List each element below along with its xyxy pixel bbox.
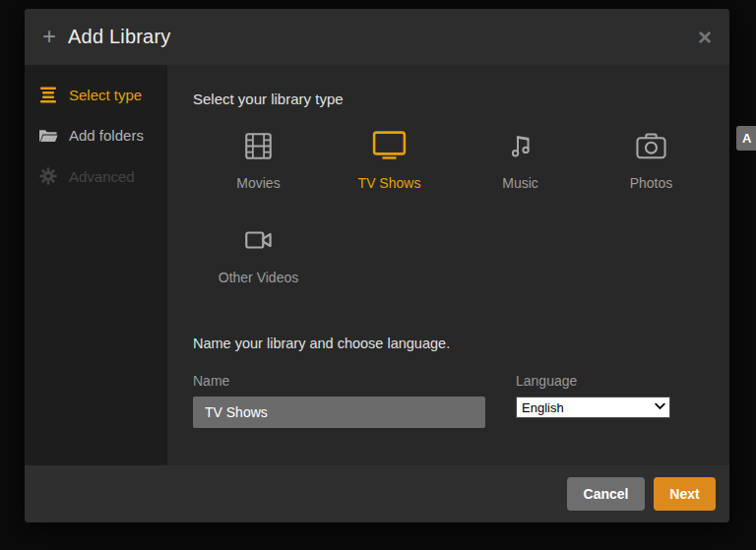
name-field-label: Name (193, 373, 485, 389)
library-type-other-videos[interactable]: Other Videos (193, 217, 324, 304)
sidebar-item-label: Advanced (69, 168, 135, 185)
tv-icon (372, 123, 407, 168)
library-type-movies[interactable]: Movies (193, 123, 324, 210)
plus-icon: + (42, 23, 56, 50)
gear-icon (38, 167, 58, 185)
library-type-music[interactable]: Music (455, 123, 586, 210)
library-type-label: Movies (236, 175, 280, 191)
music-note-icon (509, 123, 533, 168)
dialog-footer: Cancel Next (25, 465, 729, 522)
film-icon (245, 123, 272, 168)
library-type-grid: Movies TV Shows (193, 123, 717, 312)
sidebar-item-add-folders[interactable]: Add folders (25, 115, 167, 155)
library-type-label: Photos (630, 175, 673, 191)
background-partial-button: A (736, 126, 756, 151)
close-icon[interactable]: × (698, 26, 712, 49)
dialog-header: + Add Library × (25, 9, 729, 65)
sidebar-item-label: Select type (69, 87, 142, 103)
library-type-label: Music (502, 175, 538, 191)
dialog-body: Select type Add folders (25, 65, 729, 465)
cancel-button[interactable]: Cancel (567, 477, 645, 511)
naming-heading: Name your library and choose language. (193, 336, 729, 351)
section-title: Select your library type (193, 91, 729, 107)
next-button[interactable]: Next (654, 477, 716, 511)
video-camera-icon (245, 217, 273, 263)
content-pane: Select your library type (167, 65, 729, 465)
fields-row: Name Language English (193, 373, 729, 428)
library-type-label: TV Shows (358, 175, 421, 191)
camera-icon (636, 123, 666, 168)
sidebar-item-label: Add folders (69, 127, 144, 144)
library-type-tv-shows[interactable]: TV Shows (324, 123, 455, 210)
sidebar-item-advanced: Advanced (25, 155, 167, 197)
library-type-photos[interactable]: Photos (586, 123, 717, 210)
language-select[interactable]: English (516, 397, 670, 418)
folder-icon (38, 128, 58, 144)
language-field: Language English (516, 373, 670, 428)
list-lines-icon (38, 87, 58, 103)
sidebar-item-select-type[interactable]: Select type (25, 75, 167, 115)
sidebar: Select type Add folders (25, 65, 167, 465)
name-input[interactable] (193, 397, 485, 428)
add-library-dialog: + Add Library × Select type (25, 9, 729, 522)
name-field: Name (193, 373, 485, 428)
dialog-title: Add Library (68, 26, 170, 48)
language-field-label: Language (516, 373, 670, 389)
library-type-label: Other Videos (219, 270, 298, 285)
